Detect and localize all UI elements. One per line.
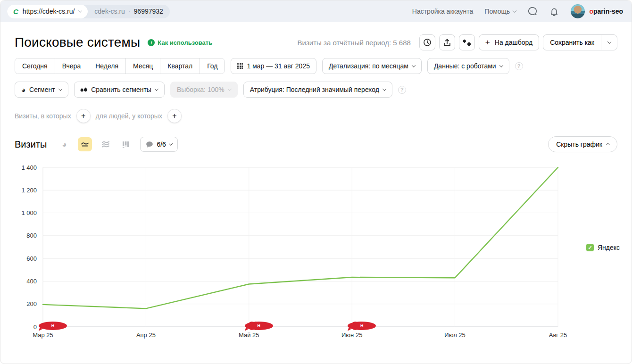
page-title: Поисковые системы (15, 35, 140, 50)
chevron-down-icon (513, 8, 516, 12)
chevron-down-icon (499, 63, 503, 67)
segments-row: ◕ Сегмент Сравнить сегменты Выборка: 100… (15, 82, 617, 98)
notifications-button[interactable] (549, 6, 559, 17)
help-dropdown[interactable]: Помощь (484, 8, 516, 15)
title-actions: Визиты за отчётный период: 5 688 (298, 34, 617, 50)
visits-period-value: 5 688 (393, 39, 411, 47)
avatar (571, 4, 585, 18)
chevron-up-icon (606, 143, 610, 147)
svg-text:400: 400 (26, 278, 37, 285)
attribution-dropdown[interactable]: Атрибуция: Последний значимый переход (243, 82, 392, 98)
help-question-icon[interactable]: ? (398, 86, 406, 94)
period-preset-button[interactable]: Сегодня (15, 58, 55, 74)
chevron-down-icon (58, 87, 62, 91)
chart-type-area-button[interactable] (99, 137, 113, 151)
chart-type-pie-button[interactable]: ◕ (57, 137, 71, 151)
hide-chart-label: Скрыть график (556, 141, 602, 148)
columns-chart-icon (122, 141, 131, 148)
save-as-button[interactable]: Сохранить как (543, 35, 601, 50)
annotation-marker[interactable]: Н (245, 322, 273, 330)
pie-chart-icon: ◕ (62, 141, 67, 149)
counter-id: 96997932 (134, 8, 163, 15)
svg-text:Апр 25: Апр 25 (136, 331, 156, 339)
chart-legend: ✓Яндекс (586, 244, 620, 251)
add-to-dashboard-button[interactable]: + На дашборд (479, 34, 539, 50)
svg-text:Авг 25: Авг 25 (549, 331, 567, 339)
data-mode-dropdown[interactable]: Данные: с роботами (427, 58, 509, 74)
chat-button[interactable] (527, 6, 538, 17)
period-preset-button[interactable]: Квартал (160, 58, 200, 74)
calendar-grid-icon (237, 63, 243, 69)
period-preset-button[interactable]: Неделя (88, 58, 125, 74)
legend-checkbox[interactable]: ✓ (586, 244, 594, 251)
visits-period-label: Визиты за отчётный период: (298, 39, 391, 47)
legend-item[interactable]: ✓Яндекс (586, 244, 620, 251)
svg-text:1 200: 1 200 (21, 187, 37, 194)
dot-separator: · (128, 8, 131, 15)
period-preset-button[interactable]: Вчера (55, 58, 88, 74)
app-window: C https://cdek-cs.ru/ cdek-cs.ru · 96997… (0, 0, 632, 364)
plus-icon: + (485, 38, 490, 47)
segment-label: Сегмент (29, 86, 55, 93)
visits-period-total: Визиты за отчётный период: 5 688 (298, 39, 411, 47)
username: oparin-seo (589, 8, 623, 15)
chart-type-line-button[interactable] (78, 137, 92, 151)
date-range-button[interactable]: 1 мар — 31 авг 2025 (231, 58, 316, 74)
chat-bubble-icon (527, 6, 538, 17)
annotation-marker[interactable]: Н (348, 322, 376, 330)
help-question-icon[interactable]: ? (515, 62, 523, 70)
svg-text:1 400: 1 400 (21, 164, 37, 171)
schedule-button[interactable] (419, 34, 435, 50)
chart-canvas: 02004006008001 0001 2001 400Мар 25Апр 25… (15, 161, 585, 341)
chevron-down-icon (383, 87, 386, 91)
annotations-button[interactable] (459, 34, 475, 50)
add-people-filter-button[interactable]: + (167, 109, 182, 123)
svg-text:Июн 25: Июн 25 (341, 331, 362, 339)
info-icon: i (148, 39, 155, 46)
metric-title: Визиты (15, 139, 47, 150)
svg-text:800: 800 (26, 232, 37, 239)
clock-icon (423, 38, 432, 47)
period-preset-button[interactable]: Год (200, 58, 225, 74)
export-button[interactable] (439, 34, 455, 50)
granularity-dropdown[interactable]: Детализация: по месяцам (322, 58, 422, 74)
counter-info[interactable]: cdek-cs.ru · 96997932 (88, 5, 170, 18)
date-range-label: 1 мар — 31 авг 2025 (247, 62, 309, 70)
quotes-icon (463, 40, 471, 46)
compare-segments-dropdown[interactable]: Сравнить сегменты (74, 82, 165, 98)
data-mode-label: Данные: с роботами (434, 62, 496, 70)
add-visits-filter-button[interactable]: + (76, 109, 91, 123)
sampling-dropdown[interactable]: Выборка: 100% (170, 82, 238, 98)
chart-header: Визиты ◕ (15, 136, 617, 152)
save-as-menu-button[interactable] (601, 35, 617, 50)
svg-text:0: 0 (33, 323, 37, 331)
pie-segment-icon: ◕ (21, 86, 25, 93)
period-preset-button[interactable]: Месяц (125, 58, 160, 74)
chevron-down-icon (78, 8, 82, 12)
comment-bubble-icon (146, 141, 153, 148)
topbar: C https://cdek-cs.ru/ cdek-cs.ru · 96997… (0, 0, 632, 22)
chevron-down-icon (412, 63, 416, 67)
account-settings-link[interactable]: Настройка аккаунта (412, 8, 474, 15)
hide-chart-button[interactable]: Скрыть график (548, 136, 617, 152)
annotation-marker[interactable]: Н (39, 322, 67, 330)
site-url: https://cdek-cs.ru/ (23, 8, 75, 15)
bell-icon (549, 6, 559, 17)
site-url-dropdown[interactable]: C https://cdek-cs.ru/ (7, 5, 88, 18)
period-presets: СегодняВчераНеделяМесяцКварталГод (15, 58, 225, 74)
chart-type-columns-button[interactable] (119, 137, 133, 151)
site-favicon-icon: C (13, 8, 18, 16)
counter-site: cdek-cs.ru (94, 8, 125, 15)
people-filter-label: для людей, у которых (96, 112, 162, 120)
user-menu[interactable]: oparin-seo (571, 4, 623, 18)
svg-text:600: 600 (26, 255, 37, 262)
granularity-label: Детализация: по месяцам (329, 62, 408, 70)
notes-filter-dropdown[interactable]: 6/6 (140, 137, 177, 152)
help-label: Помощь (484, 8, 510, 15)
legend-label: Яндекс (598, 244, 620, 251)
chevron-down-icon (227, 87, 231, 91)
svg-text:Июл 25: Июл 25 (444, 331, 465, 339)
segment-dropdown[interactable]: ◕ Сегмент (15, 82, 68, 98)
how-to-use-link[interactable]: i Как использовать (148, 39, 212, 46)
chevron-down-icon (169, 141, 173, 145)
